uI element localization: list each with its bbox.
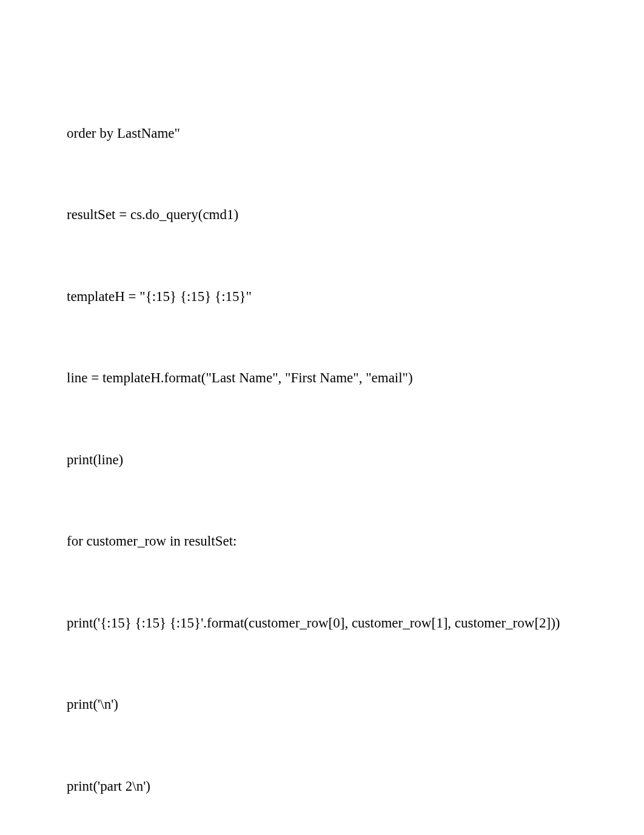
code-line: print(line) — [67, 447, 577, 474]
code-line: resultSet = cs.do_query(cmd1) — [67, 201, 577, 229]
code-content: order by LastName" resultSet = cs.do_que… — [67, 66, 577, 835]
code-line: print('\n') — [67, 691, 577, 718]
code-line: line = templateH.format("Last Name", "Fi… — [67, 365, 577, 392]
code-line: print('part 2\n') — [67, 773, 577, 800]
code-line: order by LastName" — [67, 120, 577, 147]
code-line: print('{:15} {:15} {:15}'.format(custome… — [67, 610, 577, 637]
code-line: templateH = "{:15} {:15} {:15}" — [67, 283, 577, 311]
code-line: for customer_row in resultSet: — [67, 528, 577, 555]
